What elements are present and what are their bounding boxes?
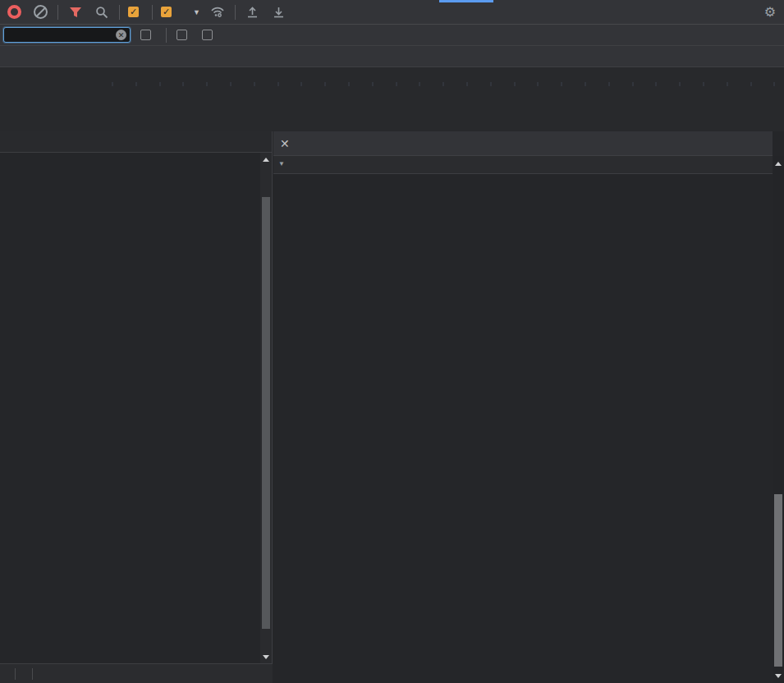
scroll-up-arrow-icon[interactable]: [260, 154, 272, 164]
request-details-pane: ✕ ▼: [273, 131, 773, 683]
disable-cache-checkbox[interactable]: ✓: [161, 7, 177, 17]
request-list-pane: [0, 131, 273, 683]
funnel-icon: [69, 7, 82, 18]
filter-toggle-button[interactable]: [66, 3, 85, 21]
network-overview-timeline[interactable]: [0, 67, 784, 132]
filter-divider: [166, 28, 167, 43]
hide-extension-urls-checkbox[interactable]: [202, 30, 218, 40]
chevron-down-icon: ▼: [193, 8, 200, 16]
hide-data-urls-checkbox[interactable]: [177, 30, 192, 40]
throttling-dropdown[interactable]: ▼: [185, 8, 200, 16]
record-icon: [7, 5, 21, 19]
resource-type-filter-bar: [0, 46, 784, 67]
arrow-up-tray-icon: [246, 6, 259, 18]
toolbar-divider: [235, 5, 236, 20]
scroll-up-arrow-icon[interactable]: [773, 158, 784, 168]
filter-bar: ✕: [0, 25, 784, 46]
checkbox-unchecked-icon: [177, 30, 187, 40]
network-conditions-button[interactable]: [209, 3, 227, 21]
wifi-gear-icon: [210, 6, 225, 18]
checkbox-unchecked-icon: [140, 30, 151, 40]
tab-highlight-strip: [439, 0, 493, 2]
import-har-button[interactable]: [244, 3, 262, 21]
network-status-bar: [0, 663, 273, 683]
preserve-log-checkbox[interactable]: ✓: [128, 7, 144, 17]
gear-icon: ⚙: [764, 4, 776, 20]
checkbox-checked-icon: ✓: [161, 7, 172, 17]
scroll-down-arrow-icon[interactable]: [773, 671, 784, 681]
request-list: [0, 153, 260, 663]
details-tab-bar: ✕: [273, 131, 773, 156]
details-scrollbar[interactable]: [773, 156, 784, 683]
invert-checkbox[interactable]: [140, 30, 156, 40]
record-button[interactable]: [5, 3, 23, 21]
triangle-down-icon: ▼: [278, 160, 285, 167]
request-headers-section-header[interactable]: ▼: [273, 156, 773, 174]
status-divider: [15, 668, 16, 680]
name-column-header[interactable]: [0, 131, 272, 153]
request-list-scrollbar[interactable]: [260, 153, 272, 663]
toolbar-divider: [152, 5, 153, 20]
scrollbar-thumb[interactable]: [774, 494, 782, 667]
scrollbar-thumb[interactable]: [262, 197, 270, 629]
status-divider: [32, 668, 33, 680]
clear-button[interactable]: [31, 3, 49, 21]
toolbar-divider: [57, 5, 58, 20]
export-har-button[interactable]: [270, 3, 288, 21]
network-toolbar: ✓ ✓ ▼ ⚙: [0, 0, 784, 25]
headers-content: ▼: [273, 156, 773, 683]
close-icon: ✕: [280, 137, 290, 150]
settings-button[interactable]: ⚙: [761, 3, 779, 21]
filter-input-box[interactable]: ✕: [3, 27, 131, 43]
search-icon: [95, 6, 108, 19]
circle-slash-icon: [34, 5, 48, 19]
filter-input[interactable]: [7, 30, 116, 41]
close-details-button[interactable]: ✕: [273, 137, 300, 150]
network-main-area: ✕ ▼: [0, 131, 784, 683]
toolbar-divider: [119, 5, 120, 20]
arrow-down-tray-icon: [273, 6, 285, 18]
scroll-down-arrow-icon[interactable]: [260, 652, 272, 662]
checkbox-unchecked-icon: [202, 30, 213, 40]
search-button[interactable]: [93, 3, 111, 21]
clear-input-icon[interactable]: ✕: [116, 30, 126, 40]
checkbox-checked-icon: ✓: [128, 7, 139, 17]
